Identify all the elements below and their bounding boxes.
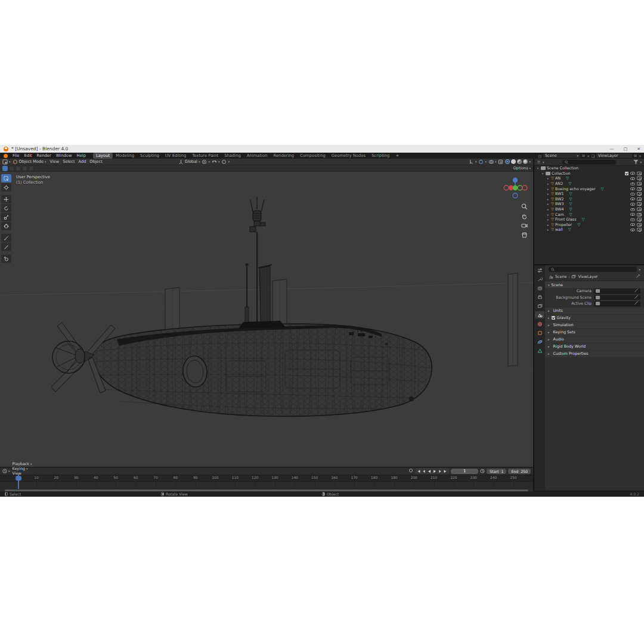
- workspace-tab[interactable]: Scripting: [369, 153, 392, 159]
- breadcrumb-viewlayer[interactable]: ViewLayer: [578, 274, 597, 279]
- toggle-perspective-icon[interactable]: [521, 232, 528, 239]
- navigation-gizmo[interactable]: [502, 175, 528, 201]
- collapsed-panel[interactable]: ▸Gravity: [545, 315, 644, 321]
- property-value-field[interactable]: [594, 289, 640, 294]
- unlink-scene-button[interactable]: ×: [587, 154, 590, 158]
- select-mode-invert-button[interactable]: [22, 166, 27, 171]
- shading-material-button[interactable]: [517, 159, 522, 164]
- timeline-menu-item[interactable]: Keying▾: [13, 466, 32, 471]
- timeline-ruler[interactable]: 1 10203040506070809010011012013014015016…: [0, 475, 533, 481]
- tool-cursor[interactable]: [1, 183, 11, 191]
- editor-type-button[interactable]: ▾: [2, 159, 11, 165]
- tab-view-layer[interactable]: [535, 302, 544, 309]
- hide-in-viewport-icon[interactable]: [630, 182, 635, 185]
- viewport-menu-item[interactable]: View: [48, 159, 61, 164]
- filter-icon[interactable]: [633, 160, 638, 164]
- disable-in-renders-icon[interactable]: [637, 218, 642, 221]
- outliner-object-row[interactable]: ▸ ▽ wall ▽: [534, 227, 644, 233]
- collapsed-panel[interactable]: ▸Rigid Body World: [545, 343, 644, 350]
- snap-toggle[interactable]: ▾: [212, 159, 220, 165]
- hide-in-viewport-icon[interactable]: [630, 197, 635, 200]
- outliner-object-row[interactable]: ▸ ▽ Cam ▽: [534, 212, 644, 217]
- proportional-editing[interactable]: ▾: [221, 159, 230, 165]
- tab-physics[interactable]: [535, 338, 544, 345]
- workspace-tab[interactable]: Texture Paint: [189, 153, 221, 159]
- viewport-menu-item[interactable]: Select: [61, 159, 76, 164]
- timeline-tracks[interactable]: [0, 481, 533, 489]
- eyedropper-icon[interactable]: [634, 295, 639, 301]
- select-mode-subtract-button[interactable]: [16, 166, 21, 171]
- tool-scale[interactable]: [1, 213, 11, 221]
- tool-select-box[interactable]: [1, 174, 11, 182]
- workspace-tab[interactable]: Animation: [244, 153, 271, 159]
- disable-in-renders-icon[interactable]: [637, 177, 642, 180]
- hide-in-viewport-icon[interactable]: [630, 177, 635, 180]
- frame-start-field[interactable]: Start1: [487, 469, 506, 474]
- workspace-tab[interactable]: Shading: [221, 153, 244, 159]
- hide-in-viewport-icon[interactable]: [630, 228, 635, 231]
- tool-transform[interactable]: [1, 222, 11, 230]
- jump-to-end-button[interactable]: [443, 469, 448, 473]
- workspace-tab[interactable]: Sculpting: [137, 153, 162, 159]
- viewport-menu-item[interactable]: Add: [77, 159, 88, 164]
- previous-keyframe-button[interactable]: [422, 469, 426, 473]
- shading-wireframe-button[interactable]: [505, 159, 510, 164]
- camera-view-icon[interactable]: [521, 222, 528, 229]
- tab-tool[interactable]: [535, 275, 544, 283]
- new-scene-button[interactable]: ⧉: [581, 154, 586, 158]
- outliner-row-collection[interactable]: ▾ Collection: [534, 171, 644, 177]
- disable-in-renders-icon[interactable]: [637, 182, 642, 185]
- outliner-object-row[interactable]: ▸ ▽ AN2 ▽: [534, 181, 644, 187]
- overlays-dropdown[interactable]: ▾: [488, 159, 497, 165]
- pin-icon[interactable]: [636, 274, 640, 280]
- hide-in-viewport-icon[interactable]: [630, 172, 635, 175]
- disable-in-renders-icon[interactable]: [637, 202, 642, 206]
- current-frame-field[interactable]: 1: [451, 469, 478, 474]
- preview-range-clock-icon[interactable]: [480, 469, 485, 473]
- menu-item[interactable]: Window: [54, 153, 75, 158]
- zoom-view-icon[interactable]: [521, 203, 528, 210]
- xray-toggle[interactable]: [498, 159, 503, 165]
- outliner-object-row[interactable]: ▸ ▽ Front Glass ▽: [534, 217, 644, 222]
- transform-orientation[interactable]: Global▾: [178, 159, 200, 165]
- collection-checkbox[interactable]: [625, 172, 628, 175]
- workspace-tab[interactable]: Rendering: [270, 153, 297, 159]
- tab-world[interactable]: [535, 320, 544, 327]
- disable-in-renders-icon[interactable]: [637, 187, 642, 191]
- gizmos-dropdown[interactable]: ▾: [478, 159, 487, 165]
- auto-keying-button[interactable]: [408, 468, 413, 474]
- hide-in-viewport-icon[interactable]: [630, 213, 635, 216]
- tab-output[interactable]: [535, 293, 544, 301]
- outliner-object-row[interactable]: ▸ ▽ BW1 ▽: [534, 191, 644, 197]
- play-button[interactable]: [432, 469, 437, 473]
- hide-in-viewport-icon[interactable]: [630, 208, 635, 211]
- jump-to-start-button[interactable]: [416, 469, 421, 473]
- tab-object-data[interactable]: [535, 347, 544, 354]
- properties-editor-type-button[interactable]: [535, 267, 544, 274]
- blender-menu-icon[interactable]: [4, 154, 8, 158]
- viewport-menu-item[interactable]: Object: [88, 159, 104, 164]
- outliner-object-row[interactable]: ▸ ▽ BW3 ▽: [534, 202, 644, 207]
- hide-in-viewport-icon[interactable]: [630, 193, 635, 196]
- properties-search-input[interactable]: [549, 267, 637, 272]
- select-mode-extend-button[interactable]: [9, 166, 14, 171]
- properties-options-dropdown[interactable]: ▾: [639, 268, 640, 271]
- tool-measure[interactable]: [1, 243, 11, 251]
- pivot-point[interactable]: ▾: [202, 159, 210, 165]
- outliner-search-input[interactable]: [562, 160, 616, 165]
- pan-view-icon[interactable]: [521, 213, 528, 219]
- property-value-field[interactable]: [594, 301, 640, 306]
- playhead-line[interactable]: [18, 474, 19, 489]
- disable-in-renders-icon[interactable]: [637, 208, 642, 211]
- options-dropdown[interactable]: Options▾: [513, 166, 531, 171]
- add-workspace-button[interactable]: +: [392, 153, 402, 159]
- shading-solid-button[interactable]: [511, 159, 516, 164]
- timeline-menu-item[interactable]: Playback▾: [13, 462, 32, 466]
- hide-in-viewport-icon[interactable]: [630, 223, 635, 226]
- minimize-button[interactable]: —: [610, 147, 614, 151]
- disable-in-renders-icon[interactable]: [637, 172, 642, 175]
- outliner-object-row[interactable]: ▸ ▽ Boeing echo voyager ▽: [534, 186, 644, 191]
- select-mode-intersect-button[interactable]: [29, 166, 34, 171]
- tool-annotate[interactable]: [1, 234, 11, 242]
- workspace-tab[interactable]: Compositing: [297, 153, 329, 159]
